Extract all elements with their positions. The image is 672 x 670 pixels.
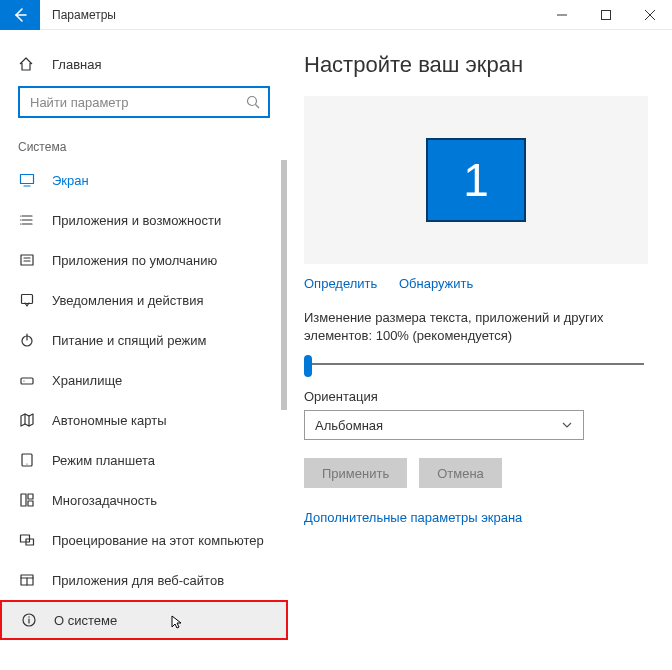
sidebar-item-label: Автономные карты [52, 413, 167, 428]
titlebar: Параметры [0, 0, 672, 30]
sidebar-item-about[interactable]: О системе [0, 600, 288, 640]
sidebar-item-offline-maps[interactable]: Автономные карты [0, 400, 288, 440]
cancel-button[interactable]: Отмена [419, 458, 502, 488]
svg-line-6 [256, 105, 260, 109]
minimize-icon [557, 10, 567, 20]
sidebar-item-label: Экран [52, 173, 89, 188]
sidebar-item-label: Питание и спящий режим [52, 333, 206, 348]
sidebar-item-label: Режим планшета [52, 453, 155, 468]
map-icon [18, 412, 36, 428]
project-icon [18, 532, 36, 548]
orientation-label: Ориентация [304, 389, 648, 404]
slider-track [308, 363, 644, 365]
main-pane: Настройте ваш экран 1 Определить Обнаруж… [288, 30, 672, 670]
sidebar-item-apps-features[interactable]: Приложения и возможности [0, 200, 288, 240]
slider-thumb[interactable] [304, 355, 312, 377]
sidebar-item-label: Приложения и возможности [52, 213, 221, 228]
svg-point-26 [26, 463, 27, 464]
tablet-icon [18, 452, 36, 468]
sidebar-item-multitasking[interactable]: Многозадачность [0, 480, 288, 520]
minimize-button[interactable] [540, 0, 584, 30]
svg-point-5 [248, 97, 257, 106]
window-controls [540, 0, 672, 30]
multitask-icon [18, 492, 36, 508]
scale-label: Изменение размера текста, приложений и д… [304, 309, 648, 345]
sidebar: Главная Система ЭкранПриложения и возмож… [0, 30, 288, 670]
svg-rect-29 [28, 501, 33, 506]
svg-point-13 [20, 220, 21, 221]
apply-button[interactable]: Применить [304, 458, 407, 488]
arrow-left-icon [12, 7, 28, 23]
svg-rect-28 [28, 494, 33, 499]
monitor-icon [18, 172, 36, 188]
home-button[interactable]: Главная [0, 46, 288, 82]
svg-point-37 [28, 616, 29, 617]
sidebar-item-tablet-mode[interactable]: Режим планшета [0, 440, 288, 480]
scrollbar-thumb[interactable] [281, 160, 287, 410]
svg-point-14 [20, 224, 21, 225]
sidebar-item-label: Приложения по умолчанию [52, 253, 217, 268]
defaults-icon [18, 252, 36, 268]
monitor-1[interactable]: 1 [426, 138, 526, 222]
close-icon [645, 10, 655, 20]
detect-link[interactable]: Обнаружить [399, 276, 473, 291]
orientation-value: Альбомная [315, 418, 383, 433]
svg-point-12 [20, 216, 21, 217]
list-icon [18, 212, 36, 228]
search-input[interactable] [18, 86, 270, 118]
orientation-select[interactable]: Альбомная [304, 410, 584, 440]
sidebar-scrollbar[interactable] [280, 30, 288, 670]
sidebar-item-projecting[interactable]: Проецирование на этот компьютер [0, 520, 288, 560]
svg-rect-2 [602, 10, 611, 19]
chevron-down-icon [561, 419, 573, 431]
sidebar-item-notifications[interactable]: Уведомления и действия [0, 280, 288, 320]
home-icon [18, 56, 36, 72]
sidebar-item-apps-for-websites[interactable]: Приложения для веб-сайтов [0, 560, 288, 600]
web-apps-icon [18, 572, 36, 588]
window-title: Параметры [40, 8, 540, 22]
sidebar-item-label: Проецирование на этот компьютер [52, 533, 264, 548]
sidebar-item-storage[interactable]: Хранилище [0, 360, 288, 400]
search-icon [246, 95, 260, 109]
storage-icon [18, 372, 36, 388]
search-field[interactable] [28, 94, 246, 111]
identify-link[interactable]: Определить [304, 276, 377, 291]
maximize-button[interactable] [584, 0, 628, 30]
power-icon [18, 332, 36, 348]
svg-rect-18 [22, 295, 33, 304]
sidebar-item-power-sleep[interactable]: Питание и спящий режим [0, 320, 288, 360]
section-header: Система [0, 130, 288, 160]
page-heading: Настройте ваш экран [304, 52, 648, 78]
sidebar-item-default-apps[interactable]: Приложения по умолчанию [0, 240, 288, 280]
advanced-display-link[interactable]: Дополнительные параметры экрана [304, 510, 648, 525]
sidebar-item-label: Приложения для веб-сайтов [52, 573, 224, 588]
display-arrangement[interactable]: 1 [304, 96, 648, 264]
svg-rect-15 [21, 255, 33, 265]
maximize-icon [601, 10, 611, 20]
notifications-icon [18, 292, 36, 308]
close-button[interactable] [628, 0, 672, 30]
home-label: Главная [52, 57, 101, 72]
svg-point-22 [23, 380, 24, 381]
sidebar-item-label: О системе [54, 613, 117, 628]
svg-rect-21 [21, 378, 33, 384]
sidebar-item-label: Хранилище [52, 373, 122, 388]
sidebar-item-label: Многозадачность [52, 493, 157, 508]
svg-rect-27 [21, 494, 26, 506]
sidebar-item-label: Уведомления и действия [52, 293, 204, 308]
info-icon [20, 612, 38, 628]
back-button[interactable] [0, 0, 40, 30]
svg-rect-7 [21, 175, 34, 184]
scale-slider[interactable] [304, 355, 648, 373]
cursor-icon [170, 614, 186, 630]
sidebar-item-display[interactable]: Экран [0, 160, 288, 200]
